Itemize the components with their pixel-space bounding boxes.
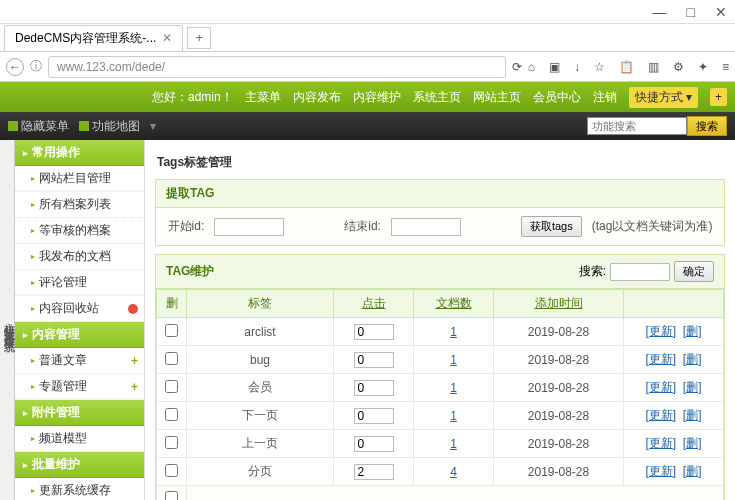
nav-publish[interactable]: 内容发布 (293, 89, 341, 106)
start-id-input[interactable] (214, 218, 284, 236)
sidebar-item[interactable]: 内容回收站 (15, 296, 144, 322)
sidebar-item[interactable]: 网站栏目管理 (15, 166, 144, 192)
clicks-input[interactable] (354, 464, 394, 480)
sidebar-item[interactable]: 所有档案列表 (15, 192, 144, 218)
row-checkbox[interactable] (165, 380, 178, 393)
sidebar-group-header[interactable]: 批量维护 (15, 452, 144, 478)
tab-title: DedeCMS内容管理系统-... (15, 30, 156, 47)
tag-search-input[interactable] (610, 263, 670, 281)
extract-box: 提取TAG 开始id: 结束id: 获取tags (tag以文档关键词为准) (155, 179, 725, 246)
sidebar-item[interactable]: 普通文章+ (15, 348, 144, 374)
minimize-icon[interactable]: — (653, 4, 667, 20)
download-icon[interactable]: ↓ (574, 60, 580, 74)
delete-link[interactable]: [删] (683, 408, 702, 422)
url-input[interactable]: www.123.com/dede/ (48, 56, 506, 78)
end-id-input[interactable] (391, 218, 461, 236)
delete-link[interactable]: [删] (683, 436, 702, 450)
top-green-bar: 您好：admin！ 主菜单 内容发布 内容维护 系统主页 网站主页 会员中心 注… (0, 82, 735, 112)
clipboard-icon[interactable]: 📋 (619, 60, 634, 74)
get-tags-button[interactable]: 获取tags (521, 216, 582, 237)
docs-link[interactable]: 1 (450, 353, 457, 367)
th-tag: 标签 (187, 290, 334, 318)
clicks-input[interactable] (354, 324, 394, 340)
url-bar: ← ⓘ www.123.com/dede/ ⟳ ⌂ ▣ ↓ ☆ 📋 ▥ ⚙ ✦ … (0, 52, 735, 82)
close-window-icon[interactable]: ✕ (715, 4, 727, 20)
row-checkbox[interactable] (165, 352, 178, 365)
delete-link[interactable]: [删] (683, 352, 702, 366)
nav-maint[interactable]: 内容维护 (353, 89, 401, 106)
nav-logout[interactable]: 注销 (593, 89, 617, 106)
update-link[interactable]: [更新] (645, 380, 676, 394)
sidebar-group-header[interactable]: 内容管理 (15, 322, 144, 348)
th-docs[interactable]: 文档数 (414, 290, 494, 318)
sidebar-item[interactable]: 频道模型 (15, 426, 144, 452)
delete-link[interactable]: [删] (683, 324, 702, 338)
puzzle-icon[interactable]: ✦ (698, 60, 708, 74)
docs-link[interactable]: 1 (450, 325, 457, 339)
docs-link[interactable]: 1 (450, 381, 457, 395)
hide-menu[interactable]: 隐藏菜单 (8, 118, 69, 135)
row-checkbox[interactable] (165, 324, 178, 337)
cell-tag: 会员 (187, 374, 334, 402)
star-icon[interactable]: ☆ (594, 60, 605, 74)
new-tab-button[interactable]: + (187, 27, 211, 49)
clicks-input[interactable] (354, 436, 394, 452)
row-checkbox[interactable] (165, 464, 178, 477)
nav-member[interactable]: 会员中心 (533, 89, 581, 106)
tag-search-button[interactable]: 确定 (674, 261, 714, 282)
plus-icon[interactable]: + (131, 380, 138, 394)
back-button[interactable]: ← (6, 58, 24, 76)
select-all-checkbox[interactable] (165, 491, 178, 500)
tab-close-icon[interactable]: ✕ (162, 31, 172, 45)
book-icon[interactable]: ▥ (648, 60, 659, 74)
content-area: Tags标签管理 提取TAG 开始id: 结束id: 获取tags (tag以文… (145, 140, 735, 500)
table-row: 分页42019-08-28[更新] [删] (157, 458, 724, 486)
home-icon[interactable]: ⌂ (528, 60, 535, 74)
table-row: 上一页12019-08-28[更新] [删] (157, 430, 724, 458)
th-time[interactable]: 添加时间 (494, 290, 624, 318)
browser-tab[interactable]: DedeCMS内容管理系统-... ✕ (4, 25, 183, 51)
th-del: 删 (157, 290, 187, 318)
sidebar-item[interactable]: 评论管理 (15, 270, 144, 296)
clicks-input[interactable] (354, 380, 394, 396)
info-icon[interactable]: ⓘ (30, 58, 42, 75)
update-link[interactable]: [更新] (645, 408, 676, 422)
plus-icon[interactable]: + (131, 354, 138, 368)
vertical-nav[interactable]: 核心 模块 生成 采集 会员 模板 系统 (0, 140, 15, 500)
quick-mode[interactable]: 快捷方式 ▾ (629, 87, 698, 108)
inbox-icon[interactable]: ▣ (549, 60, 560, 74)
row-checkbox[interactable] (165, 408, 178, 421)
th-clicks[interactable]: 点击 (334, 290, 414, 318)
delete-link[interactable]: [删] (683, 464, 702, 478)
docs-link[interactable]: 1 (450, 437, 457, 451)
update-link[interactable]: [更新] (645, 464, 676, 478)
sidebar-item[interactable]: 我发布的文档 (15, 244, 144, 270)
gear-icon[interactable]: ⚙ (673, 60, 684, 74)
clicks-input[interactable] (354, 352, 394, 368)
sidebar-group-header[interactable]: 附件管理 (15, 400, 144, 426)
clicks-input[interactable] (354, 408, 394, 424)
docs-link[interactable]: 1 (450, 409, 457, 423)
update-link[interactable]: [更新] (645, 352, 676, 366)
function-search-input[interactable] (587, 117, 687, 135)
reload-icon[interactable]: ⟳ (512, 60, 522, 74)
quick-plus[interactable]: + (710, 88, 727, 106)
update-link[interactable]: [更新] (645, 324, 676, 338)
sidebar-item[interactable]: 专题管理+ (15, 374, 144, 400)
delete-link[interactable]: [删] (683, 380, 702, 394)
collapse-icon[interactable]: ▾ (150, 119, 156, 133)
nav-sitehome[interactable]: 网站主页 (473, 89, 521, 106)
function-map[interactable]: 功能地图 (79, 118, 140, 135)
update-link[interactable]: [更新] (645, 436, 676, 450)
maximize-icon[interactable]: □ (687, 4, 695, 20)
menu-icon[interactable]: ≡ (722, 60, 729, 74)
nav-main[interactable]: 主菜单 (245, 89, 281, 106)
sidebar-item[interactable]: 等审核的档案 (15, 218, 144, 244)
sidebar-group-header[interactable]: 常用操作 (15, 140, 144, 166)
row-checkbox[interactable] (165, 436, 178, 449)
nav-syshome[interactable]: 系统主页 (413, 89, 461, 106)
cell-time: 2019-08-28 (494, 318, 624, 346)
sidebar-item[interactable]: 更新系统缓存 (15, 478, 144, 500)
function-search-button[interactable]: 搜索 (687, 116, 727, 136)
docs-link[interactable]: 4 (450, 465, 457, 479)
